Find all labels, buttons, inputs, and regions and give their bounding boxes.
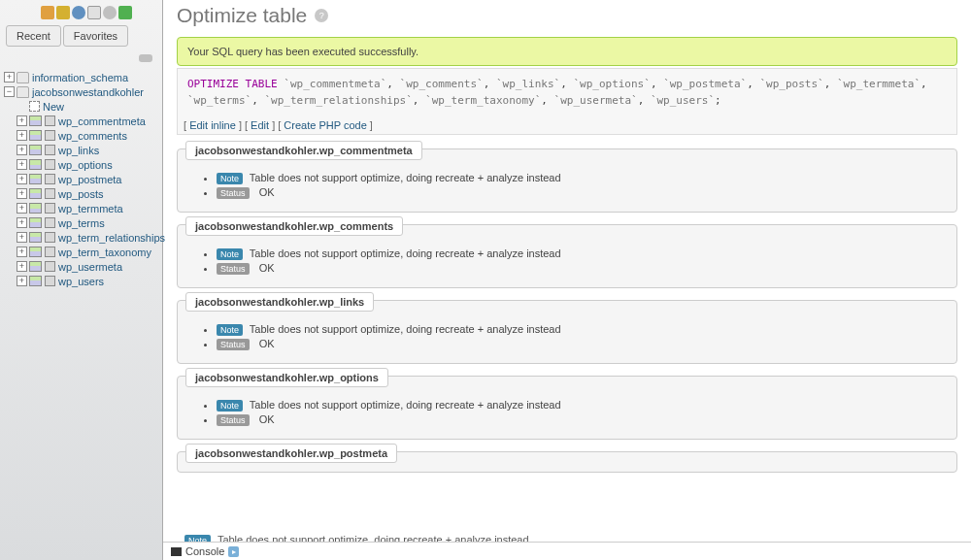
result-list: Note Table does not support optimize, do… [191,165,943,200]
plus-icon[interactable]: + [17,159,27,170]
tree-table-wp_comments[interactable]: +wp_comments [4,128,158,143]
status-badge: Status [217,263,250,275]
browse-icon [45,174,55,184]
browse-icon [45,261,55,272]
browse-icon [45,276,55,286]
tree-new-table[interactable]: New [4,99,158,114]
console-bar[interactable]: Console ▸ [163,542,971,560]
plus-icon[interactable]: + [4,72,15,82]
sidebar-tabs: Recent Favorites [0,25,162,50]
table-label: wp_links [58,145,99,156]
db-tree: + information_schema − jacobsonwestandko… [0,68,162,290]
tab-recent[interactable]: Recent [6,25,61,47]
page-title-text: Optimize table [177,4,307,27]
reload-icon[interactable] [118,6,132,19]
sql-query: OPTIMIZE TABLE `wp_commentmeta`, `wp_com… [177,68,957,116]
table-label: wp_term_taxonomy [58,247,151,258]
result-list: Note Table does not support optimize, do… [191,241,943,276]
result-note: Note Table does not support optimize, do… [217,398,943,412]
result-title: jacobsonwestandkohler.wp_postmeta [185,444,397,463]
result-block: jacobsonwestandkohler.wp_postmeta [177,451,957,473]
status-badge: Status [217,187,250,199]
note-badge: Note [217,400,243,412]
tree-table-wp_terms[interactable]: +wp_terms [4,215,158,230]
db-label: information_schema [32,72,128,83]
tree-table-wp_links[interactable]: +wp_links [4,143,158,157]
table-label: wp_options [58,159,113,171]
table-icon [29,232,42,243]
result-block: jacobsonwestandkohler.wp_commentmetaNote… [177,148,957,213]
browse-icon [45,159,55,170]
plus-icon[interactable]: + [17,276,27,286]
create-php-link[interactable]: Create PHP code [284,119,366,131]
new-label: New [43,101,64,113]
db-item-jacobsonwestandkohler[interactable]: − jacobsonwestandkohler [4,84,158,99]
plus-icon[interactable]: + [17,188,27,199]
result-list: Note Table does not support optimize, do… [191,316,943,351]
table-label: wp_terms [58,217,105,229]
result-block: jacobsonwestandkohler.wp_linksNote Table… [177,300,957,364]
note-badge: Note [217,173,243,184]
tree-table-wp_term_relationships[interactable]: +wp_term_relationships [4,230,158,245]
browse-icon [45,188,55,199]
table-icon [29,159,42,170]
note-badge: Note [217,324,243,336]
table-icon [29,247,42,257]
navi-settings-icon[interactable] [103,6,117,19]
table-label: wp_users [58,276,104,287]
console-toggle-icon[interactable]: ▸ [228,546,239,557]
database-icon [17,72,29,83]
query-actions: [ Edit inline ] [ Edit ] [ Create PHP co… [177,116,957,135]
collapse-row [0,50,162,68]
plus-icon[interactable]: + [17,115,27,126]
result-title: jacobsonwestandkohler.wp_commentmeta [185,141,422,160]
plus-icon[interactable]: + [17,145,27,155]
edit-link[interactable]: Edit [251,119,269,131]
plus-icon[interactable]: + [17,217,27,228]
result-status: Status OK [217,412,943,427]
plus-icon[interactable]: + [17,130,27,141]
logout-icon[interactable] [56,6,70,19]
tree-table-wp_termmeta[interactable]: +wp_termmeta [4,201,158,215]
success-message: Your SQL query has been executed success… [177,37,957,66]
table-icon [29,217,42,228]
help-icon[interactable]: ? [315,9,328,22]
plus-icon[interactable]: + [17,203,27,214]
result-title: jacobsonwestandkohler.wp_options [185,368,388,387]
sql-icon[interactable] [87,6,101,19]
quick-icons [0,0,162,25]
table-icon [29,174,42,184]
plus-icon[interactable]: + [17,232,27,243]
tab-favorites[interactable]: Favorites [63,25,128,47]
sidebar: Recent Favorites + information_schema − … [0,0,163,560]
tree-table-wp_commentmeta[interactable]: +wp_commentmeta [4,114,158,128]
table-icon [29,261,42,272]
tree-table-wp_term_taxonomy[interactable]: +wp_term_taxonomy [4,245,158,259]
minus-icon[interactable]: − [4,86,15,97]
unlink-icon[interactable] [139,54,152,62]
plus-icon[interactable]: + [17,247,27,257]
tree-table-wp_options[interactable]: +wp_options [4,157,158,172]
plus-icon[interactable]: + [17,174,27,184]
table-label: wp_postmeta [58,174,121,185]
tree-table-wp_postmeta[interactable]: +wp_postmeta [4,172,158,186]
table-icon [29,188,42,199]
result-block: jacobsonwestandkohler.wp_commentsNote Ta… [177,224,957,288]
edit-inline-link[interactable]: Edit inline [189,119,236,131]
browse-icon [45,115,55,126]
note-badge: Note [217,248,243,260]
tree-table-wp_usermeta[interactable]: +wp_usermeta [4,259,158,274]
page-title: Optimize table ? [177,0,957,37]
db-label: jacobsonwestandkohler [32,86,144,98]
main-content: Optimize table ? Your SQL query has been… [163,0,971,560]
table-label: wp_commentmeta [58,115,146,127]
plus-icon[interactable]: + [17,261,27,272]
browse-icon [45,247,55,257]
docs-icon[interactable] [72,6,85,19]
db-item-information-schema[interactable]: + information_schema [4,70,158,84]
tree-table-wp_users[interactable]: +wp_users [4,274,158,288]
tree-table-wp_posts[interactable]: +wp_posts [4,186,158,201]
result-status: Status OK [217,337,943,351]
home-icon[interactable] [41,6,54,19]
browse-icon [45,217,55,228]
